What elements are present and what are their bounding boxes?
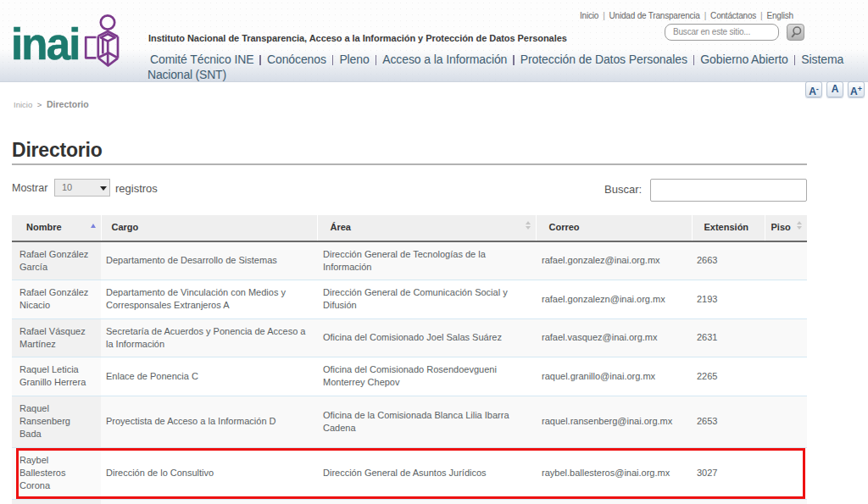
svg-text:inai: inai (11, 20, 80, 69)
